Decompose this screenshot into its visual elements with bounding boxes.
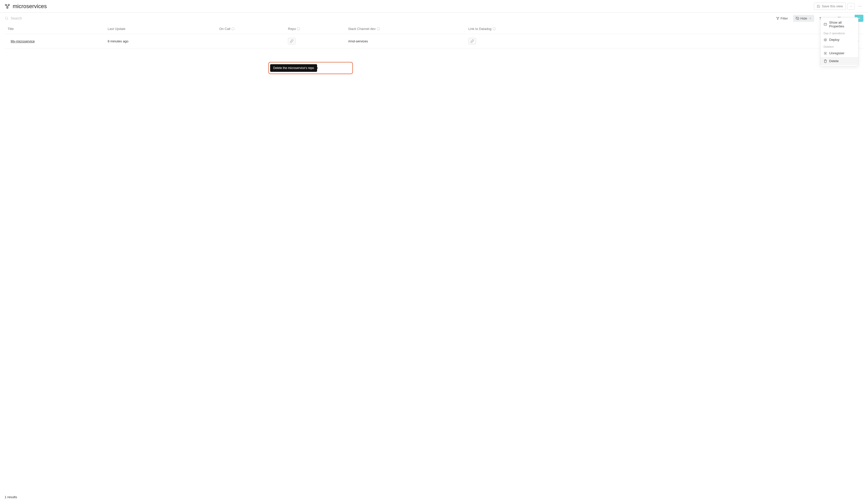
info-icon: [493, 27, 496, 30]
header-more-button[interactable]: [856, 3, 864, 10]
toolbar: Filter Hide Sort G: [0, 13, 868, 24]
show-all-properties-item[interactable]: Show all Properties: [820, 19, 858, 30]
col-header-repo[interactable]: Repo: [288, 27, 348, 31]
page-header: microservices Save this view: [0, 0, 868, 13]
eye-off-icon: [796, 17, 799, 20]
svg-point-3: [858, 6, 859, 7]
save-icon: [817, 4, 820, 8]
save-view-button[interactable]: Save this view: [814, 2, 846, 10]
hide-button[interactable]: Hide: [793, 15, 814, 22]
svg-point-5: [861, 6, 861, 7]
col-header-title[interactable]: Title: [4, 27, 108, 31]
row-slack-channel: #rnd-services: [348, 39, 468, 43]
deploy-icon: [824, 38, 827, 42]
col-header-on-call[interactable]: On Call: [219, 27, 288, 31]
filter-icon: [776, 17, 779, 20]
svg-point-6: [5, 17, 8, 19]
row-last-update: 8 minutes ago: [108, 39, 219, 43]
col-header-datadog[interactable]: Link to Datadog: [468, 27, 812, 31]
col-header-slack[interactable]: Slack Channel dev: [348, 27, 468, 31]
col-header-last-update[interactable]: Last Update: [108, 27, 219, 31]
svg-point-20: [825, 39, 826, 40]
close-icon[interactable]: [809, 17, 812, 20]
actions-dropdown: Show all Properties Day-2 operations Dep…: [820, 17, 858, 49]
row-title-link[interactable]: My-microservice: [8, 39, 35, 43]
info-icon: [297, 27, 300, 30]
dropdown-section-day2: Day-2 operations: [820, 30, 858, 36]
svg-point-4: [860, 6, 860, 7]
properties-icon: [824, 23, 827, 26]
svg-rect-18: [824, 23, 827, 25]
save-view-chevron-button[interactable]: [847, 3, 855, 10]
dropdown-section-deletion: Deletion: [820, 44, 858, 49]
deploy-item[interactable]: Deploy: [820, 36, 858, 44]
svg-point-2: [7, 7, 8, 8]
search-input[interactable]: [11, 16, 87, 20]
page-title: microservices: [13, 3, 47, 10]
table-row[interactable]: My-microservice 8 minutes ago #rnd-servi…: [4, 34, 864, 49]
search-icon: [4, 16, 9, 20]
svg-point-19: [824, 38, 827, 41]
info-icon: [377, 27, 380, 30]
save-view-label: Save this view: [822, 4, 843, 8]
info-icon: [231, 27, 235, 30]
datadog-link-chip[interactable]: [468, 38, 476, 44]
repo-link-chip[interactable]: [288, 38, 296, 44]
data-table: Title Last Update On Call Repo Slack Cha…: [0, 24, 868, 49]
table-header-row: Title Last Update On Call Repo Slack Cha…: [4, 24, 864, 34]
filter-button[interactable]: Filter: [774, 15, 790, 22]
microservices-icon: [4, 3, 10, 9]
